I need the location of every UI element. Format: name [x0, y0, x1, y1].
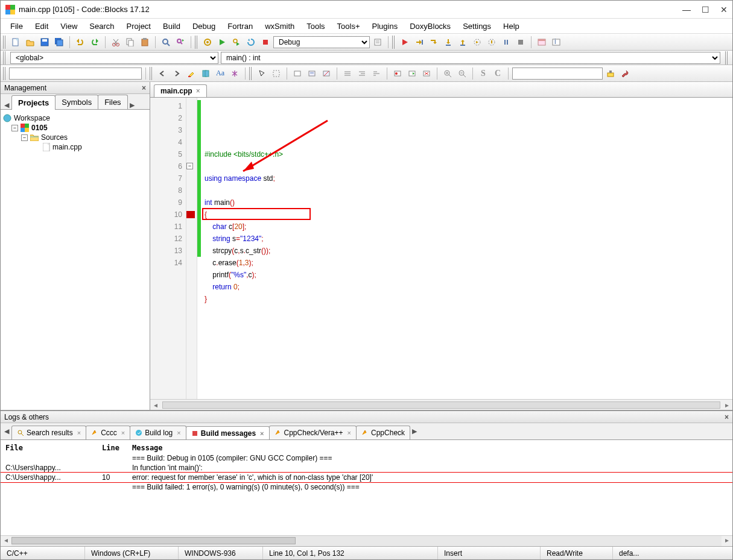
find-button[interactable]	[159, 36, 173, 49]
select-icon[interactable]	[270, 67, 283, 80]
tab-search-results[interactable]: Search results×	[11, 426, 86, 439]
log-row[interactable]: C:\Users\happy...10error: request for me…	[1, 473, 732, 482]
next-instr-button[interactable]	[471, 36, 484, 49]
format-button[interactable]	[370, 67, 383, 80]
debug-windows-button[interactable]	[535, 36, 548, 49]
tab-build-log[interactable]: Build log×	[130, 426, 186, 439]
scroll-left-icon[interactable]: ◂	[150, 401, 161, 409]
col-file[interactable]: File	[1, 442, 97, 453]
logs-hscrollbar[interactable]: ◂ ▸	[1, 535, 732, 546]
tab-close-icon[interactable]: ×	[347, 429, 351, 436]
col-message[interactable]: Message	[127, 442, 732, 453]
build-button[interactable]	[201, 36, 214, 49]
nav-back-button[interactable]	[156, 67, 169, 80]
toolbar-grip[interactable]	[3, 51, 7, 64]
tab-files[interactable]: Files	[98, 95, 127, 109]
toolbar-grip[interactable]	[3, 67, 7, 80]
tab-build-messages[interactable]: Build messages×	[186, 426, 270, 440]
break-clear-button[interactable]	[420, 67, 433, 80]
toolbar-grip[interactable]	[3, 36, 7, 49]
debug-start-button[interactable]	[398, 36, 411, 49]
bookmark-button[interactable]	[199, 67, 212, 80]
uncomment-button[interactable]	[320, 67, 333, 80]
undo-button[interactable]	[74, 36, 87, 49]
editor-hscrollbar[interactable]: ◂ ▸	[150, 399, 732, 410]
marker-column[interactable]: −	[186, 98, 197, 399]
build-target-combo[interactable]: Debug	[273, 36, 370, 48]
logs-close-icon[interactable]: ×	[725, 413, 729, 421]
tab-symbols[interactable]: Symbols	[55, 95, 98, 109]
open-button[interactable]	[24, 36, 37, 49]
tab-nav-left-icon[interactable]: ◀	[2, 101, 11, 109]
copy-button[interactable]	[124, 36, 137, 49]
maximize-button[interactable]: ☐	[702, 5, 709, 14]
abort-button[interactable]	[259, 36, 272, 49]
nav-fwd-button[interactable]	[170, 67, 183, 80]
editor-tab-main[interactable]: main.cpp ×	[154, 84, 207, 97]
menu-tools+[interactable]: Tools+	[331, 20, 366, 33]
match-case-button[interactable]: Aa	[214, 67, 227, 80]
project-tree[interactable]: Workspace −0105 −Sources main.cpp	[1, 110, 150, 410]
collapse-icon[interactable]: −	[21, 134, 28, 141]
menu-project[interactable]: Project	[121, 20, 157, 33]
scroll-right-icon[interactable]: ▸	[722, 401, 732, 409]
settings-icon[interactable]	[604, 67, 617, 80]
tab-close-icon[interactable]: ×	[196, 87, 200, 95]
toolbar-grip[interactable]	[249, 67, 253, 80]
collapse-icon[interactable]: −	[11, 125, 18, 131]
menu-view[interactable]: View	[54, 20, 83, 33]
wrench-icon[interactable]	[618, 67, 632, 80]
tab-cppcheck[interactable]: CppCheck	[356, 426, 410, 439]
run-to-cursor-button[interactable]	[413, 36, 426, 49]
break-button[interactable]	[500, 36, 513, 49]
log-row[interactable]: === Build: Debug in 0105 (compiler: GNU …	[1, 453, 732, 463]
save-button[interactable]	[38, 36, 51, 49]
menu-file[interactable]: File	[4, 20, 29, 33]
toggle-comment-button[interactable]	[291, 67, 304, 80]
menu-debug[interactable]: Debug	[186, 20, 221, 33]
menu-tools[interactable]: Tools	[300, 20, 331, 33]
function-combo[interactable]: main() : int	[221, 52, 720, 64]
menu-fortran[interactable]: Fortran	[221, 20, 259, 33]
management-close-icon[interactable]: ×	[142, 84, 146, 92]
log-row[interactable]: === Build failed: 1 error(s), 0 warning(…	[1, 482, 732, 492]
letter-c-icon[interactable]: C	[491, 67, 504, 80]
step-into-button[interactable]	[442, 36, 455, 49]
code-area[interactable]: 1234567891011121314 − #include <bits/std…	[150, 98, 732, 399]
tab-close-icon[interactable]: ×	[260, 430, 264, 437]
col-line[interactable]: Line	[97, 442, 127, 453]
tab-close-icon[interactable]: ×	[77, 429, 81, 436]
toolbar-grip[interactable]	[392, 36, 396, 49]
regex-button[interactable]	[228, 67, 241, 80]
menu-settings[interactable]: Settings	[457, 20, 497, 33]
minimize-button[interactable]: —	[682, 5, 691, 14]
save-all-button[interactable]	[52, 36, 66, 49]
letter-s-icon[interactable]: S	[477, 67, 490, 80]
scope-combo[interactable]: <global>	[10, 52, 218, 64]
new-file-button[interactable]	[9, 36, 22, 49]
toolbar-grip[interactable]	[150, 67, 153, 80]
menu-wxsmith[interactable]: wxSmith	[259, 20, 300, 33]
cut-button[interactable]	[109, 36, 122, 49]
run-button[interactable]	[215, 36, 229, 49]
menu-edit[interactable]: Edit	[29, 20, 54, 33]
break-toggle-button[interactable]	[391, 67, 404, 80]
menu-build[interactable]: Build	[157, 20, 186, 33]
quick-access-combo[interactable]	[512, 68, 603, 80]
code-text[interactable]: #include <bits/stdc++.h>using namespace …	[201, 98, 732, 399]
scroll-left-icon[interactable]: ◂	[1, 536, 11, 546]
close-button[interactable]: ✕	[720, 5, 728, 14]
comment-block-button[interactable]	[305, 67, 319, 80]
build-run-button[interactable]	[230, 36, 243, 49]
search-text-input[interactable]	[9, 68, 142, 80]
redo-button[interactable]	[88, 36, 101, 49]
stop-debug-button[interactable]	[514, 36, 527, 49]
unindent-button[interactable]	[355, 67, 369, 80]
paste-button[interactable]	[138, 36, 151, 49]
replace-button[interactable]	[174, 36, 187, 49]
tab-nav-left-icon[interactable]: ◀	[2, 427, 11, 435]
zoom-out-button[interactable]	[455, 67, 469, 80]
menu-doxyblocks[interactable]: DoxyBlocks	[404, 20, 457, 33]
debug-info-button[interactable]: i	[550, 36, 563, 49]
step-out-button[interactable]	[456, 36, 469, 49]
